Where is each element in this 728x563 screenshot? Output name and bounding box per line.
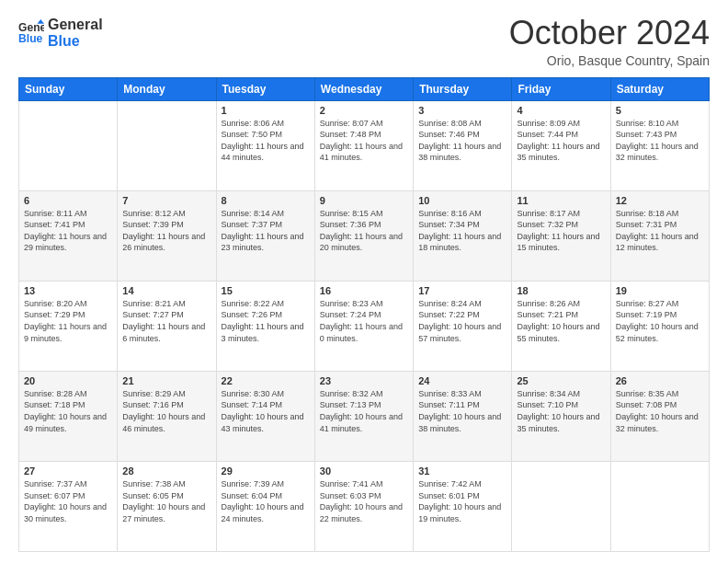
day-info: Sunrise: 8:18 AMSunset: 7:31 PMDaylight:… bbox=[616, 209, 699, 253]
day-cell: 20 Sunrise: 8:28 AMSunset: 7:18 PMDaylig… bbox=[19, 371, 118, 461]
weekday-header-row: Sunday Monday Tuesday Wednesday Thursday… bbox=[19, 77, 710, 100]
day-info: Sunrise: 8:15 AMSunset: 7:36 PMDaylight:… bbox=[320, 209, 403, 253]
day-info: Sunrise: 8:32 AMSunset: 7:13 PMDaylight:… bbox=[320, 389, 403, 433]
day-number: 12 bbox=[616, 195, 704, 206]
day-number: 10 bbox=[418, 195, 506, 206]
day-number: 23 bbox=[320, 375, 408, 386]
logo-line2: Blue bbox=[48, 33, 103, 50]
day-cell: 18 Sunrise: 8:26 AMSunset: 7:21 PMDaylig… bbox=[512, 281, 610, 371]
day-cell: 21 Sunrise: 8:29 AMSunset: 7:16 PMDaylig… bbox=[118, 371, 216, 461]
day-cell: 8 Sunrise: 8:14 AMSunset: 7:37 PMDayligh… bbox=[216, 190, 314, 281]
week-row-3: 13 Sunrise: 8:20 AMSunset: 7:29 PMDaylig… bbox=[19, 281, 710, 371]
day-cell bbox=[118, 100, 216, 190]
day-info: Sunrise: 8:20 AMSunset: 7:29 PMDaylight:… bbox=[24, 299, 107, 343]
day-info: Sunrise: 7:38 AMSunset: 6:05 PMDaylight:… bbox=[122, 479, 205, 523]
day-info: Sunrise: 8:26 AMSunset: 7:21 PMDaylight:… bbox=[517, 299, 599, 343]
day-info: Sunrise: 7:37 AMSunset: 6:07 PMDaylight:… bbox=[24, 479, 107, 523]
header-sunday: Sunday bbox=[19, 77, 118, 100]
day-cell: 19 Sunrise: 8:27 AMSunset: 7:19 PMDaylig… bbox=[610, 281, 709, 371]
day-cell: 6 Sunrise: 8:11 AMSunset: 7:41 PMDayligh… bbox=[19, 190, 118, 281]
day-cell bbox=[19, 100, 118, 190]
day-cell: 10 Sunrise: 8:16 AMSunset: 7:34 PMDaylig… bbox=[414, 190, 512, 281]
header-friday: Friday bbox=[512, 77, 610, 100]
day-number: 14 bbox=[122, 285, 210, 296]
day-number: 6 bbox=[24, 195, 112, 206]
day-info: Sunrise: 8:34 AMSunset: 7:10 PMDaylight:… bbox=[517, 389, 599, 433]
day-number: 25 bbox=[517, 375, 605, 386]
day-number: 21 bbox=[122, 375, 210, 386]
day-cell: 13 Sunrise: 8:20 AMSunset: 7:29 PMDaylig… bbox=[19, 281, 118, 371]
day-number: 9 bbox=[320, 195, 408, 206]
day-info: Sunrise: 8:08 AMSunset: 7:46 PMDaylight:… bbox=[418, 119, 501, 163]
location: Orio, Basque Country, Spain bbox=[509, 53, 710, 68]
day-number: 29 bbox=[222, 465, 310, 477]
day-cell: 14 Sunrise: 8:21 AMSunset: 7:27 PMDaylig… bbox=[118, 281, 216, 371]
day-number: 26 bbox=[616, 375, 704, 386]
svg-text:Blue: Blue bbox=[18, 33, 43, 46]
day-number: 7 bbox=[122, 195, 210, 206]
day-cell: 26 Sunrise: 8:35 AMSunset: 7:08 PMDaylig… bbox=[610, 371, 709, 461]
day-cell: 5 Sunrise: 8:10 AMSunset: 7:43 PMDayligh… bbox=[610, 100, 709, 190]
logo-line1: General bbox=[48, 17, 103, 33]
day-info: Sunrise: 8:21 AMSunset: 7:27 PMDaylight:… bbox=[122, 299, 205, 343]
day-number: 2 bbox=[320, 105, 408, 116]
day-cell: 28 Sunrise: 7:38 AMSunset: 6:05 PMDaylig… bbox=[118, 461, 216, 551]
week-row-1: 1 Sunrise: 8:06 AMSunset: 7:50 PMDayligh… bbox=[19, 100, 710, 190]
day-cell: 25 Sunrise: 8:34 AMSunset: 7:10 PMDaylig… bbox=[512, 371, 610, 461]
day-cell: 9 Sunrise: 8:15 AMSunset: 7:36 PMDayligh… bbox=[314, 190, 413, 281]
day-cell: 24 Sunrise: 8:33 AMSunset: 7:11 PMDaylig… bbox=[414, 371, 512, 461]
day-number: 19 bbox=[616, 285, 704, 296]
day-cell: 31 Sunrise: 7:42 AMSunset: 6:01 PMDaylig… bbox=[414, 461, 512, 551]
calendar-table: Sunday Monday Tuesday Wednesday Thursday… bbox=[18, 77, 710, 552]
day-info: Sunrise: 8:33 AMSunset: 7:11 PMDaylight:… bbox=[418, 389, 501, 433]
day-number: 17 bbox=[418, 285, 506, 296]
header-monday: Monday bbox=[118, 77, 216, 100]
week-row-4: 20 Sunrise: 8:28 AMSunset: 7:18 PMDaylig… bbox=[19, 371, 710, 461]
day-number: 3 bbox=[418, 105, 506, 116]
day-info: Sunrise: 8:09 AMSunset: 7:44 PMDaylight:… bbox=[517, 119, 599, 163]
logo: General Blue General Blue bbox=[18, 15, 103, 51]
day-cell bbox=[610, 461, 709, 551]
day-cell: 23 Sunrise: 8:32 AMSunset: 7:13 PMDaylig… bbox=[314, 371, 413, 461]
month-title: October 2024 bbox=[509, 15, 710, 52]
day-info: Sunrise: 8:28 AMSunset: 7:18 PMDaylight:… bbox=[24, 389, 107, 433]
day-number: 28 bbox=[122, 465, 210, 477]
day-number: 16 bbox=[320, 285, 408, 296]
day-number: 22 bbox=[222, 375, 310, 386]
logo-icon: General Blue bbox=[18, 19, 44, 45]
day-info: Sunrise: 8:10 AMSunset: 7:43 PMDaylight:… bbox=[616, 119, 699, 163]
day-cell: 17 Sunrise: 8:24 AMSunset: 7:22 PMDaylig… bbox=[414, 281, 512, 371]
day-number: 18 bbox=[517, 285, 605, 296]
day-cell: 4 Sunrise: 8:09 AMSunset: 7:44 PMDayligh… bbox=[512, 100, 610, 190]
day-info: Sunrise: 8:06 AMSunset: 7:50 PMDaylight:… bbox=[222, 119, 304, 163]
day-cell: 30 Sunrise: 7:41 AMSunset: 6:03 PMDaylig… bbox=[314, 461, 413, 551]
day-info: Sunrise: 8:22 AMSunset: 7:26 PMDaylight:… bbox=[222, 299, 304, 343]
header-thursday: Thursday bbox=[414, 77, 512, 100]
day-number: 5 bbox=[616, 105, 704, 116]
day-info: Sunrise: 8:12 AMSunset: 7:39 PMDaylight:… bbox=[122, 209, 205, 253]
week-row-2: 6 Sunrise: 8:11 AMSunset: 7:41 PMDayligh… bbox=[19, 190, 710, 281]
day-number: 27 bbox=[24, 465, 112, 477]
day-info: Sunrise: 8:30 AMSunset: 7:14 PMDaylight:… bbox=[222, 389, 304, 433]
day-number: 30 bbox=[320, 465, 408, 477]
day-info: Sunrise: 8:35 AMSunset: 7:08 PMDaylight:… bbox=[616, 389, 699, 433]
day-cell: 27 Sunrise: 7:37 AMSunset: 6:07 PMDaylig… bbox=[19, 461, 118, 551]
day-cell: 3 Sunrise: 8:08 AMSunset: 7:46 PMDayligh… bbox=[414, 100, 512, 190]
day-info: Sunrise: 7:39 AMSunset: 6:04 PMDaylight:… bbox=[222, 479, 304, 523]
day-info: Sunrise: 8:27 AMSunset: 7:19 PMDaylight:… bbox=[616, 299, 699, 343]
day-info: Sunrise: 7:42 AMSunset: 6:01 PMDaylight:… bbox=[418, 479, 501, 523]
day-number: 20 bbox=[24, 375, 112, 386]
header-saturday: Saturday bbox=[610, 77, 709, 100]
day-number: 11 bbox=[517, 195, 605, 206]
header: General Blue General Blue October 2024 O… bbox=[18, 15, 710, 68]
page: General Blue General Blue October 2024 O… bbox=[0, 0, 728, 563]
header-tuesday: Tuesday bbox=[216, 77, 314, 100]
day-number: 13 bbox=[24, 285, 112, 296]
title-block: October 2024 Orio, Basque Country, Spain bbox=[509, 15, 710, 68]
day-number: 15 bbox=[222, 285, 310, 296]
day-info: Sunrise: 8:23 AMSunset: 7:24 PMDaylight:… bbox=[320, 299, 403, 343]
day-cell bbox=[512, 461, 610, 551]
day-cell: 7 Sunrise: 8:12 AMSunset: 7:39 PMDayligh… bbox=[118, 190, 216, 281]
day-cell: 16 Sunrise: 8:23 AMSunset: 7:24 PMDaylig… bbox=[314, 281, 413, 371]
day-cell: 2 Sunrise: 8:07 AMSunset: 7:48 PMDayligh… bbox=[314, 100, 413, 190]
